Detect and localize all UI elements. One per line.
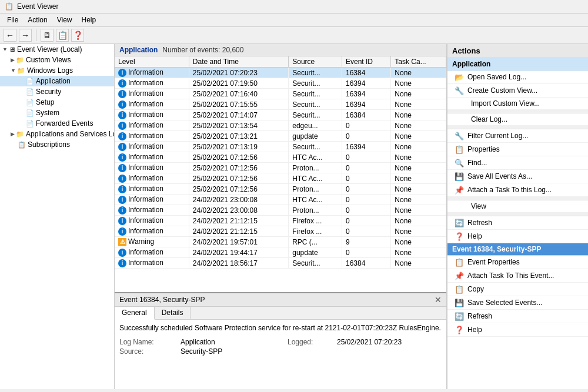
level-text: Information	[128, 79, 163, 87]
table-row[interactable]: iInformation25/02/2021 07:16:40Securit..…	[115, 89, 446, 99]
level-text: Information	[128, 174, 163, 182]
tree-item-system[interactable]: 📄System	[0, 108, 114, 118]
action-item-0-5[interactable]: 📋Properties	[447, 143, 588, 156]
cell-eventid: 16394	[342, 89, 391, 99]
table-row[interactable]: iInformation25/02/2021 07:13:19Securit..…	[115, 142, 446, 152]
level-text: Information	[128, 100, 163, 108]
toolbar-btn-4[interactable]: ❓	[71, 29, 84, 42]
action-label-0-4: Filter Current Log...	[467, 132, 528, 140]
tree-item-application[interactable]: 📄Application	[0, 76, 114, 86]
detail-close-button[interactable]: ✕	[435, 295, 442, 304]
cell-task: None	[391, 247, 446, 258]
action-item-0-0[interactable]: 📂Open Saved Log...	[447, 71, 588, 84]
action-label-0-8: Attach a Task To this Log...	[467, 186, 552, 194]
menu-item-file[interactable]: File	[2, 15, 23, 25]
col-level[interactable]: Level	[115, 56, 189, 68]
col-datetime[interactable]: Date and Time	[189, 56, 288, 68]
table-row[interactable]: iInformation25/02/2021 07:12:56HTC Ac...…	[115, 173, 446, 184]
table-row[interactable]: iInformation25/02/2021 07:12:56HTC Ac...…	[115, 152, 446, 163]
action-item-0-9[interactable]: View	[447, 200, 588, 213]
cell-task: None	[391, 184, 446, 195]
table-row[interactable]: iInformation24/02/2021 21:12:15Firefox .…	[115, 216, 446, 226]
action-item-1-2[interactable]: 📋Copy	[447, 283, 588, 296]
col-eventid[interactable]: Event ID	[342, 56, 391, 68]
table-row[interactable]: iInformation25/02/2021 07:19:50Securit..…	[115, 78, 446, 89]
tree-item-winlogs[interactable]: ▼📁Windows Logs	[0, 65, 114, 76]
expand-icon-winlogs: ▼	[11, 68, 16, 73]
tree-icon-root: 🖥	[9, 46, 15, 53]
col-source[interactable]: Source	[289, 56, 342, 68]
action-label-0-11: Help	[467, 232, 482, 240]
action-icon-1-5: ❓	[455, 325, 464, 334]
level-text: Information	[128, 195, 163, 203]
action-item-0-6[interactable]: 🔍Find...	[447, 156, 588, 170]
action-item-1-0[interactable]: 📋Event Properties	[447, 256, 588, 269]
table-row[interactable]: iInformation25/02/2021 07:12:56Proton...…	[115, 163, 446, 173]
tree-item-appsvc[interactable]: ▶📁Applications and Services Lo...	[0, 129, 114, 139]
action-label-1-1: Attach Task To This Event...	[467, 272, 554, 280]
action-item-0-8[interactable]: 📌Attach a Task To this Log...	[447, 183, 588, 197]
table-row[interactable]: iInformation25/02/2021 07:13:54edgeu...0…	[115, 120, 446, 131]
expand-icon-custom: ▶	[11, 57, 15, 63]
table-row[interactable]: iInformation25/02/2021 07:13:21gupdate0N…	[115, 131, 446, 142]
table-row[interactable]: iInformation24/02/2021 21:12:15Firefox .…	[115, 226, 446, 237]
tree-label-root: Event Viewer (Local)	[17, 45, 82, 53]
info-icon: i	[118, 227, 126, 236]
action-item-1-5[interactable]: ❓Help	[447, 323, 588, 337]
menu-item-view[interactable]: View	[52, 15, 77, 25]
tree-item-root[interactable]: ▼🖥Event Viewer (Local)	[0, 44, 114, 55]
table-row[interactable]: ⚠Warning24/02/2021 19:57:01RPC (... 9Non…	[115, 237, 446, 247]
info-icon: i	[118, 185, 126, 193]
action-item-0-3[interactable]: Clear Log...	[447, 113, 588, 126]
table-row[interactable]: iInformation25/02/2021 07:14:07Securit..…	[115, 110, 446, 120]
action-item-1-3[interactable]: 💾Save Selected Events...	[447, 296, 588, 310]
info-icon: i	[118, 164, 126, 172]
log-name-value: Application	[181, 338, 285, 346]
action-item-0-10[interactable]: 🔄Refresh	[447, 216, 588, 230]
tree-item-custom[interactable]: ▶📁Custom Views	[0, 55, 114, 65]
info-icon: i	[118, 175, 126, 183]
action-item-1-1[interactable]: 📌Attach Task To This Event...	[447, 269, 588, 283]
detail-pane: Event 16384, Security-SPP ✕ General Deta…	[115, 292, 446, 389]
table-row[interactable]: iInformation24/02/2021 23:00:08HTC Ac...…	[115, 195, 446, 205]
toolbar-btn-2[interactable]: 🖥	[41, 29, 54, 42]
action-item-0-11[interactable]: ❓Help	[447, 230, 588, 243]
tree-item-security[interactable]: 📄Security	[0, 86, 114, 97]
left-pane: ▼🖥Event Viewer (Local)▶📁Custom Views▼📁Wi…	[0, 44, 115, 389]
toolbar-forward[interactable]: →	[19, 29, 32, 42]
cell-datetime: 25/02/2021 07:19:50	[189, 78, 288, 89]
toolbar-btn-3[interactable]: 📋	[56, 29, 69, 42]
action-item-0-2[interactable]: Import Custom View...	[447, 98, 588, 110]
menu-item-help[interactable]: Help	[77, 15, 101, 25]
table-row[interactable]: iInformation24/02/2021 18:56:17Securit..…	[115, 258, 446, 269]
tree-item-setup[interactable]: 📄Setup	[0, 97, 114, 108]
tree-item-subscriptions[interactable]: 📋Subscriptions	[0, 139, 114, 150]
cell-datetime: 25/02/2021 07:12:56	[189, 184, 288, 195]
detail-tabs: General Details	[115, 307, 446, 320]
cell-eventid: 0	[342, 120, 391, 131]
col-task[interactable]: Task Ca...	[391, 56, 446, 68]
tab-details[interactable]: Details	[155, 307, 191, 319]
table-row[interactable]: iInformation25/02/2021 07:15:55Securit..…	[115, 99, 446, 110]
action-item-1-4[interactable]: 🔄Refresh	[447, 310, 588, 323]
action-item-0-1[interactable]: 🔧Create Custom View...	[447, 84, 588, 98]
table-row[interactable]: iInformation25/02/2021 07:12:56Proton...…	[115, 184, 446, 195]
cell-level: ⚠Warning	[115, 237, 189, 247]
table-row[interactable]: iInformation25/02/2021 07:20:23Securit..…	[115, 68, 446, 78]
tree-item-forwarded[interactable]: 📄Forwarded Events	[0, 118, 114, 129]
action-item-0-7[interactable]: 💾Save All Events As...	[447, 170, 588, 183]
table-scroll[interactable]: Level Date and Time Source Event ID Task…	[115, 56, 446, 292]
tab-general[interactable]: General	[115, 307, 155, 320]
toolbar-back[interactable]: ←	[4, 29, 16, 42]
table-row[interactable]: iInformation24/02/2021 19:44:17gupdate0N…	[115, 247, 446, 258]
table-row[interactable]: iInformation24/02/2021 23:00:08Proton...…	[115, 205, 446, 216]
menu-item-action[interactable]: Action	[23, 15, 52, 25]
cell-eventid: 0	[342, 195, 391, 205]
app-title: Event Viewer	[17, 2, 58, 11]
action-label-0-6: Find...	[467, 159, 487, 167]
action-item-0-4[interactable]: 🔧Filter Current Log...	[447, 129, 588, 143]
action-icon-0-4: 🔧	[455, 131, 464, 140]
action-icon-0-11: ❓	[455, 232, 464, 241]
cell-level: iInformation	[115, 216, 189, 226]
cell-datetime: 24/02/2021 21:12:15	[189, 216, 288, 226]
